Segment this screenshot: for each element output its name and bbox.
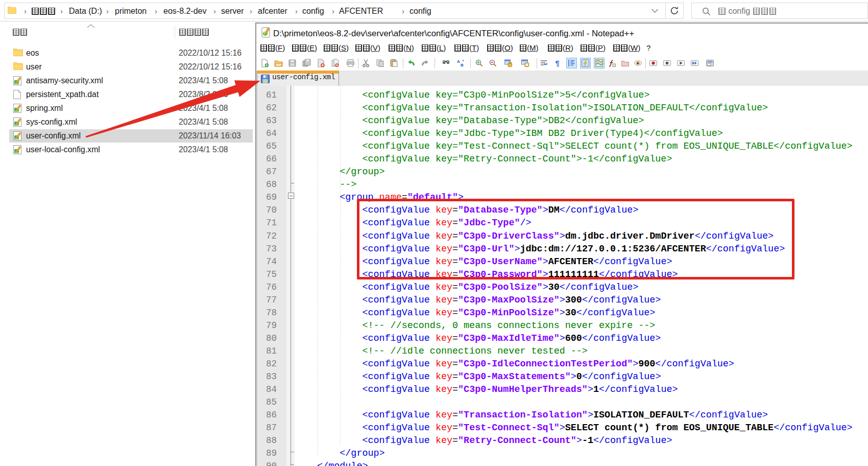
svg-text:B: B [461,63,464,67]
svg-text:¶: ¶ [556,59,560,67]
svg-text:A: A [457,59,460,64]
